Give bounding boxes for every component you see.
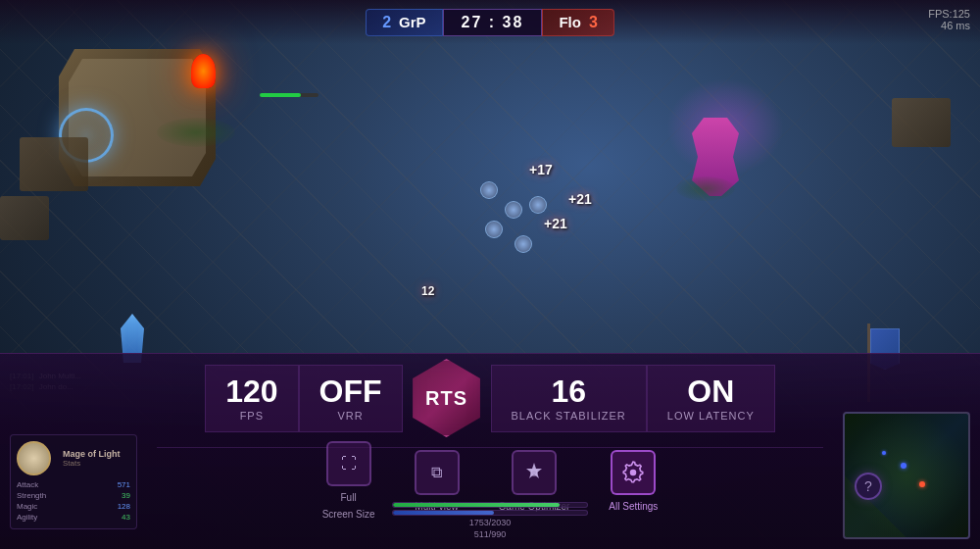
- fps-stat-box[interactable]: 120 FPS: [205, 365, 298, 432]
- game-optimizer-icon-box: [512, 450, 557, 495]
- strength-value: 39: [122, 491, 130, 500]
- game-timer: 27 : 38: [443, 9, 543, 36]
- hud-top: 2 GrP 27 : 38 Flo 3: [0, 0, 980, 44]
- screen-size-icon-box: ⛶: [326, 441, 371, 486]
- vrr-stat-box[interactable]: OFF VRR: [299, 365, 403, 432]
- stone-block-1: [20, 137, 88, 191]
- attack-label: Attack: [17, 480, 38, 489]
- all-settings-label: All Settings: [609, 501, 658, 512]
- magic-value: 128: [118, 502, 130, 511]
- strength-label: Strength: [17, 491, 46, 500]
- hp-fill: [393, 503, 560, 507]
- mp-fill: [393, 511, 494, 515]
- character-info-panel: Mage of Light Stats Attack 571 Strength …: [10, 434, 137, 529]
- character-stats-table: Attack 571 Strength 39 Magic 128 Agility…: [17, 479, 130, 523]
- rts-mode-label: RTS: [425, 387, 467, 410]
- fps-stat-value: 120: [225, 375, 277, 407]
- ms-value: 46 ms: [928, 20, 970, 31]
- attack-value: 571: [118, 480, 130, 489]
- all-settings-item[interactable]: All Settings: [609, 450, 658, 512]
- score-panel: 2 GrP 27 : 38 Flo 3: [366, 9, 614, 36]
- character-name: Mage of Light: [63, 449, 121, 459]
- stats-row: 120 FPS OFF VRR RTS 16 Black Stabilizer …: [137, 354, 843, 442]
- team-blue-score: 2: [382, 14, 391, 31]
- minimap-dot-red: [919, 481, 925, 487]
- hex-shape: RTS: [408, 359, 486, 437]
- bottom-panel: 120 FPS OFF VRR RTS 16 Black Stabilizer …: [0, 353, 980, 549]
- grass-patch-2: [676, 176, 735, 201]
- hp-text: 1753/2030: [469, 518, 512, 527]
- svg-point-1: [630, 469, 637, 475]
- screen-size-value-label: Full: [341, 492, 357, 503]
- screen-size-label: Screen Size: [322, 509, 375, 520]
- fps-value: FPS:125: [928, 8, 970, 20]
- low-latency-value: ON: [687, 375, 734, 407]
- team-red-score: 3: [589, 14, 598, 31]
- hp-bar: [392, 502, 588, 508]
- multiview-icon: ⧉: [431, 464, 442, 481]
- team-blue-name: GrP: [399, 14, 426, 30]
- rts-mode-button[interactable]: RTS: [403, 354, 491, 442]
- character-class: Stats: [63, 459, 121, 468]
- low-latency-label: Low Latency: [667, 410, 755, 422]
- timer-display: 27 : 38: [462, 14, 524, 31]
- help-button[interactable]: ?: [855, 473, 882, 500]
- fire-decoration: [191, 54, 216, 88]
- team-red-section: Flo 3: [542, 9, 613, 36]
- resource-bars: 1753/2030 511/990: [392, 502, 588, 539]
- team-red-name: Flo: [559, 14, 581, 30]
- stone-block-2: [0, 196, 49, 240]
- fps-stat-label: FPS: [240, 410, 264, 422]
- mp-bar: [392, 510, 588, 516]
- multiview-icon-box: ⧉: [415, 450, 460, 495]
- magic-label: Magic: [17, 502, 37, 511]
- settings-gear-icon: [620, 460, 646, 485]
- game-optimizer-icon: [522, 461, 546, 484]
- vrr-stat-label: VRR: [337, 410, 363, 422]
- damage-number-4: 12: [421, 284, 434, 298]
- agility-label: Agility: [17, 513, 37, 522]
- black-stabilizer-label: Black Stabilizer: [512, 410, 626, 422]
- low-latency-box[interactable]: ON Low Latency: [647, 365, 775, 432]
- minimap-dot-blue-2: [882, 451, 886, 455]
- damage-number-3: +21: [544, 216, 567, 231]
- fps-counter: FPS:125 46 ms: [928, 8, 970, 31]
- mp-text: 511/990: [474, 529, 507, 539]
- hero-health-bar: [260, 93, 318, 97]
- character-avatar: [17, 441, 51, 475]
- team-blue-section: 2 GrP: [366, 9, 442, 36]
- damage-number-1: +17: [529, 162, 553, 177]
- screen-size-icon: ⛶: [341, 455, 357, 473]
- grass-patch: [157, 118, 235, 147]
- agility-value: 43: [122, 513, 130, 522]
- black-stabilizer-value: 16: [551, 375, 586, 407]
- all-settings-icon-box: [611, 450, 656, 495]
- black-stabilizer-box[interactable]: 16 Black Stabilizer: [491, 365, 647, 432]
- vrr-stat-value: OFF: [319, 375, 382, 407]
- stone-block-3: [892, 98, 951, 147]
- screen-size-item[interactable]: ⛶ Full Screen Size: [322, 441, 375, 520]
- damage-number-2: +21: [568, 191, 592, 207]
